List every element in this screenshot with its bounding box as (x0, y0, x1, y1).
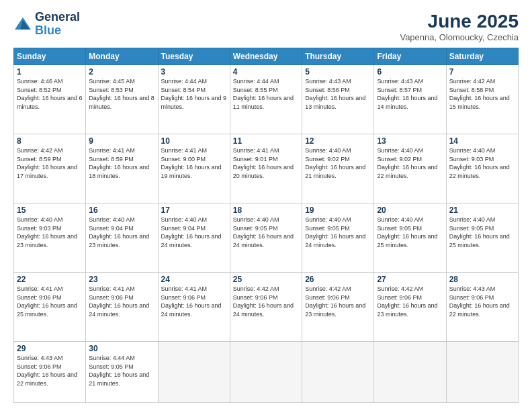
day-header-monday: Monday (86, 48, 158, 65)
day-number: 1 (17, 67, 83, 77)
day-number: 25 (233, 275, 299, 284)
logo-icon (13, 15, 32, 34)
calendar-cell: 6Sunrise: 4:43 AMSunset: 8:57 PMDaylight… (374, 65, 446, 134)
calendar-cell: 22Sunrise: 4:41 AMSunset: 9:06 PMDayligh… (14, 273, 86, 342)
cell-text: Sunrise: 4:42 AMSunset: 9:06 PMDaylight:… (305, 285, 365, 318)
day-number: 4 (233, 67, 299, 77)
calendar-cell: 14Sunrise: 4:40 AMSunset: 9:03 PMDayligh… (446, 134, 518, 203)
day-number: 14 (449, 136, 515, 146)
day-number: 10 (161, 136, 227, 146)
calendar-cell: 19Sunrise: 4:40 AMSunset: 9:05 PMDayligh… (302, 203, 374, 273)
calendar-cell: 17Sunrise: 4:40 AMSunset: 9:04 PMDayligh… (158, 203, 230, 273)
calendar-cell: 4Sunrise: 4:44 AMSunset: 8:55 PMDaylight… (230, 65, 302, 134)
cell-text: Sunrise: 4:40 AMSunset: 9:02 PMDaylight:… (377, 147, 437, 179)
logo: General Blue (13, 11, 80, 38)
cell-text: Sunrise: 4:40 AMSunset: 9:03 PMDaylight:… (17, 216, 77, 248)
cell-text: Sunrise: 4:40 AMSunset: 9:05 PMDaylight:… (305, 216, 365, 248)
calendar-cell: 7Sunrise: 4:42 AMSunset: 8:58 PMDaylight… (446, 65, 518, 134)
calendar-cell: 24Sunrise: 4:41 AMSunset: 9:06 PMDayligh… (158, 273, 230, 342)
calendar-cell: 9Sunrise: 4:41 AMSunset: 8:59 PMDaylight… (86, 134, 158, 203)
cell-text: Sunrise: 4:40 AMSunset: 9:05 PMDaylight:… (233, 216, 294, 248)
day-number: 23 (89, 275, 154, 284)
calendar-cell: 30Sunrise: 4:44 AMSunset: 9:05 PMDayligh… (86, 342, 158, 403)
day-number: 18 (233, 205, 299, 215)
calendar-week-3: 15Sunrise: 4:40 AMSunset: 9:03 PMDayligh… (14, 203, 519, 273)
calendar-cell: 16Sunrise: 4:40 AMSunset: 9:04 PMDayligh… (86, 203, 158, 273)
day-number: 17 (161, 205, 227, 215)
header: General Blue June 2025 Vapenna, Olomouck… (13, 11, 519, 42)
cell-text: Sunrise: 4:41 AMSunset: 9:06 PMDaylight:… (17, 285, 77, 318)
cell-text: Sunrise: 4:40 AMSunset: 9:02 PMDaylight:… (305, 147, 365, 179)
cell-text: Sunrise: 4:45 AMSunset: 8:53 PMDaylight:… (89, 78, 154, 110)
cell-text: Sunrise: 4:41 AMSunset: 9:06 PMDaylight:… (89, 285, 149, 318)
day-header-tuesday: Tuesday (158, 48, 230, 65)
cell-text: Sunrise: 4:42 AMSunset: 8:58 PMDaylight:… (449, 78, 510, 110)
calendar-cell: 26Sunrise: 4:42 AMSunset: 9:06 PMDayligh… (302, 273, 374, 342)
day-header-wednesday: Wednesday (230, 48, 302, 65)
day-number: 9 (89, 136, 154, 146)
cell-text: Sunrise: 4:40 AMSunset: 9:05 PMDaylight:… (449, 216, 510, 248)
day-header-thursday: Thursday (302, 48, 374, 65)
day-number: 6 (377, 67, 443, 77)
cell-text: Sunrise: 4:42 AMSunset: 8:59 PMDaylight:… (17, 147, 77, 179)
cell-text: Sunrise: 4:43 AMSunset: 8:57 PMDaylight:… (377, 78, 437, 110)
calendar-cell (446, 342, 518, 403)
calendar-week-5: 29Sunrise: 4:43 AMSunset: 9:06 PMDayligh… (14, 342, 519, 403)
day-header-saturday: Saturday (446, 48, 518, 65)
location: Vapenna, Olomoucky, Czechia (400, 32, 519, 42)
day-number: 16 (89, 205, 154, 215)
day-number: 24 (161, 275, 227, 284)
calendar-week-2: 8Sunrise: 4:42 AMSunset: 8:59 PMDaylight… (14, 134, 519, 203)
day-number: 7 (449, 67, 515, 77)
day-number: 11 (233, 136, 299, 146)
day-number: 20 (377, 205, 443, 215)
cell-text: Sunrise: 4:43 AMSunset: 8:56 PMDaylight:… (305, 78, 365, 110)
day-number: 28 (449, 275, 515, 284)
cell-text: Sunrise: 4:40 AMSunset: 9:04 PMDaylight:… (89, 216, 149, 248)
cell-text: Sunrise: 4:44 AMSunset: 8:54 PMDaylight:… (161, 78, 227, 110)
day-number: 19 (305, 205, 371, 215)
logo-text: General Blue (35, 11, 80, 38)
cell-text: Sunrise: 4:44 AMSunset: 9:05 PMDaylight:… (89, 355, 149, 387)
title-block: June 2025 Vapenna, Olomoucky, Czechia (400, 11, 519, 42)
day-number: 22 (17, 275, 83, 284)
day-number: 8 (17, 136, 83, 146)
cell-text: Sunrise: 4:44 AMSunset: 8:55 PMDaylight:… (233, 78, 294, 110)
day-header-sunday: Sunday (14, 48, 86, 65)
cell-text: Sunrise: 4:41 AMSunset: 9:01 PMDaylight:… (233, 147, 294, 179)
cell-text: Sunrise: 4:43 AMSunset: 9:06 PMDaylight:… (17, 355, 77, 387)
cell-text: Sunrise: 4:46 AMSunset: 8:52 PMDaylight:… (17, 78, 83, 110)
day-number: 2 (89, 67, 154, 77)
calendar-cell: 5Sunrise: 4:43 AMSunset: 8:56 PMDaylight… (302, 65, 374, 134)
day-number: 29 (17, 344, 83, 353)
calendar-cell: 3Sunrise: 4:44 AMSunset: 8:54 PMDaylight… (158, 65, 230, 134)
cell-text: Sunrise: 4:41 AMSunset: 9:00 PMDaylight:… (161, 147, 222, 179)
calendar-cell: 11Sunrise: 4:41 AMSunset: 9:01 PMDayligh… (230, 134, 302, 203)
calendar-cell (374, 342, 446, 403)
calendar-cell: 8Sunrise: 4:42 AMSunset: 8:59 PMDaylight… (14, 134, 86, 203)
calendar-week-4: 22Sunrise: 4:41 AMSunset: 9:06 PMDayligh… (14, 273, 519, 342)
calendar-cell: 21Sunrise: 4:40 AMSunset: 9:05 PMDayligh… (446, 203, 518, 273)
calendar-cell: 1Sunrise: 4:46 AMSunset: 8:52 PMDaylight… (14, 65, 86, 134)
calendar-table: SundayMondayTuesdayWednesdayThursdayFrid… (13, 48, 519, 403)
calendar-cell: 15Sunrise: 4:40 AMSunset: 9:03 PMDayligh… (14, 203, 86, 273)
calendar-cell: 13Sunrise: 4:40 AMSunset: 9:02 PMDayligh… (374, 134, 446, 203)
cell-text: Sunrise: 4:42 AMSunset: 9:06 PMDaylight:… (377, 285, 437, 318)
calendar-cell: 25Sunrise: 4:42 AMSunset: 9:06 PMDayligh… (230, 273, 302, 342)
day-number: 21 (449, 205, 515, 215)
day-number: 13 (377, 136, 443, 146)
calendar-cell (158, 342, 230, 403)
cell-text: Sunrise: 4:43 AMSunset: 9:06 PMDaylight:… (449, 285, 510, 318)
cell-text: Sunrise: 4:41 AMSunset: 8:59 PMDaylight:… (89, 147, 149, 179)
day-number: 26 (305, 275, 371, 284)
calendar-cell: 18Sunrise: 4:40 AMSunset: 9:05 PMDayligh… (230, 203, 302, 273)
calendar-cell (230, 342, 302, 403)
calendar-cell: 29Sunrise: 4:43 AMSunset: 9:06 PMDayligh… (14, 342, 86, 403)
cell-text: Sunrise: 4:40 AMSunset: 9:04 PMDaylight:… (161, 216, 222, 248)
cell-text: Sunrise: 4:40 AMSunset: 9:03 PMDaylight:… (449, 147, 510, 179)
day-number: 27 (377, 275, 443, 284)
calendar-cell: 2Sunrise: 4:45 AMSunset: 8:53 PMDaylight… (86, 65, 158, 134)
calendar-cell: 10Sunrise: 4:41 AMSunset: 9:00 PMDayligh… (158, 134, 230, 203)
calendar-cell: 27Sunrise: 4:42 AMSunset: 9:06 PMDayligh… (374, 273, 446, 342)
calendar-cell (302, 342, 374, 403)
